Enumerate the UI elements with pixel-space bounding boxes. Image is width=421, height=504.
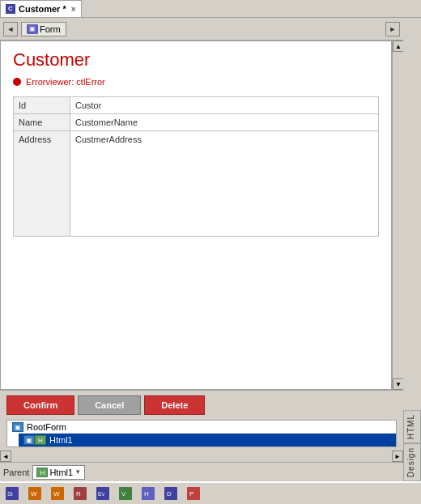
svg-text:V: V	[121, 490, 126, 498]
tree-dropdown: ▣ RootForm ▣ H Html1	[6, 420, 397, 447]
parent-dropdown[interactable]: H Html1 ▼	[32, 465, 85, 480]
main-content: ◄ ▣ Form ► Customer Errorviewer: ctlErro…	[0, 18, 421, 481]
design-side-label: Design	[403, 443, 421, 481]
taskbar-btn-1[interactable]: W	[24, 485, 45, 502]
id-label: Id	[14, 97, 70, 114]
svg-text:H: H	[144, 490, 149, 498]
tree-html1-label: Html1	[49, 435, 73, 445]
form-button-label: Form	[40, 24, 61, 34]
taskbar-btn-8[interactable]: P	[183, 485, 204, 502]
taskbar-icon-5: V	[119, 487, 132, 500]
form-icon: ▣	[27, 24, 38, 34]
error-line: Errorviewer: ctlError	[13, 77, 379, 87]
toolbar: ◄ ▣ Form ►	[0, 18, 403, 41]
svg-text:W: W	[31, 490, 37, 498]
confirm-button[interactable]: Confirm	[6, 395, 74, 415]
side-labels: HTML Design	[403, 18, 421, 481]
tree-rootform-label: RootForm	[27, 422, 66, 432]
h-scroll-track	[11, 451, 392, 462]
tree-item-rootform[interactable]: ▣ RootForm	[7, 421, 396, 434]
taskbar-btn-5[interactable]: V	[115, 485, 136, 502]
scroll-track	[393, 52, 403, 378]
form-view-button[interactable]: ▣ Form	[21, 22, 66, 36]
tab-label: Customer *	[19, 4, 66, 14]
nav-prev-button[interactable]: ◄	[3, 22, 18, 36]
svg-text:P: P	[189, 490, 193, 498]
parent-icon: H	[36, 468, 48, 477]
customer-tab[interactable]: C Customer * ×	[0, 0, 82, 17]
form-title: Customer	[13, 49, 379, 70]
svg-text:R: R	[76, 490, 81, 498]
svg-text:St: St	[7, 491, 13, 497]
html1-icon-inner: H	[35, 435, 46, 445]
error-text: Errorviewer: ctlError	[26, 77, 105, 87]
form-inner: Customer Errorviewer: ctlError Id Custor…	[1, 41, 391, 389]
chevron-down-icon: ▼	[74, 468, 81, 476]
form-scroll-container: Customer Errorviewer: ctlError Id Custor…	[0, 41, 403, 390]
bottom-toolbar: Parent H Html1 ▼	[0, 462, 403, 481]
taskbar-icon-6: H	[142, 487, 155, 500]
tab-close-button[interactable]: ×	[71, 5, 76, 14]
name-label: Name	[14, 114, 70, 131]
taskbar: St W W R Ev V H D P	[0, 481, 421, 504]
action-bar: Confirm Cancel Delete	[0, 390, 403, 420]
taskbar-btn-2[interactable]: W	[47, 485, 68, 502]
cancel-button[interactable]: Cancel	[78, 395, 141, 415]
id-value[interactable]: Custor	[70, 97, 379, 114]
parent-value: Html1	[49, 468, 73, 477]
parent-label: Parent	[3, 468, 29, 477]
taskbar-btn-4[interactable]: Ev	[92, 485, 113, 502]
name-value[interactable]: CustomerName	[70, 114, 379, 131]
right-scrollbar[interactable]: ▲ ▼	[392, 41, 403, 390]
scroll-right-button[interactable]: ►	[392, 451, 403, 462]
taskbar-icon-3: R	[74, 487, 87, 500]
taskbar-icon-7: D	[164, 487, 177, 500]
svg-text:D: D	[167, 490, 172, 498]
taskbar-icon-0: St	[6, 487, 19, 500]
taskbar-btn-0[interactable]: St	[2, 485, 23, 502]
center-panel: ◄ ▣ Form ► Customer Errorviewer: ctlErro…	[0, 18, 403, 481]
html-side-label: HTML	[403, 410, 421, 443]
address-label: Address	[14, 131, 70, 237]
delete-button[interactable]: Delete	[144, 395, 205, 415]
taskbar-icon-2: W	[51, 487, 64, 500]
error-dot	[13, 78, 21, 86]
address-value[interactable]: CustmerAddress	[70, 131, 379, 237]
taskbar-icon-8: P	[187, 487, 200, 500]
taskbar-btn-6[interactable]: H	[138, 485, 159, 502]
taskbar-btn-3[interactable]: R	[70, 485, 91, 502]
form-grid: Id Custor Name CustomerName Address Cust…	[13, 96, 379, 237]
tab-icon: C	[6, 4, 15, 14]
scroll-left-button[interactable]: ◄	[0, 451, 11, 462]
taskbar-icon-1: W	[28, 487, 41, 500]
bottom-scrollbar[interactable]: ◄ ►	[0, 451, 403, 462]
html1-icon-outer: ▣	[23, 435, 35, 445]
nav-next-button[interactable]: ►	[385, 22, 400, 36]
taskbar-icon-4: Ev	[96, 487, 109, 500]
svg-text:Ev: Ev	[98, 491, 105, 497]
tree-item-html1[interactable]: ▣ H Html1	[19, 434, 396, 446]
tab-bar: C Customer * ×	[0, 0, 421, 18]
scroll-down-button[interactable]: ▼	[393, 378, 403, 390]
form-area[interactable]: Customer Errorviewer: ctlError Id Custor…	[0, 41, 392, 390]
rootform-icon: ▣	[12, 422, 23, 432]
svg-text:W: W	[53, 490, 60, 498]
taskbar-btn-7[interactable]: D	[160, 485, 181, 502]
scroll-up-button[interactable]: ▲	[393, 41, 403, 52]
